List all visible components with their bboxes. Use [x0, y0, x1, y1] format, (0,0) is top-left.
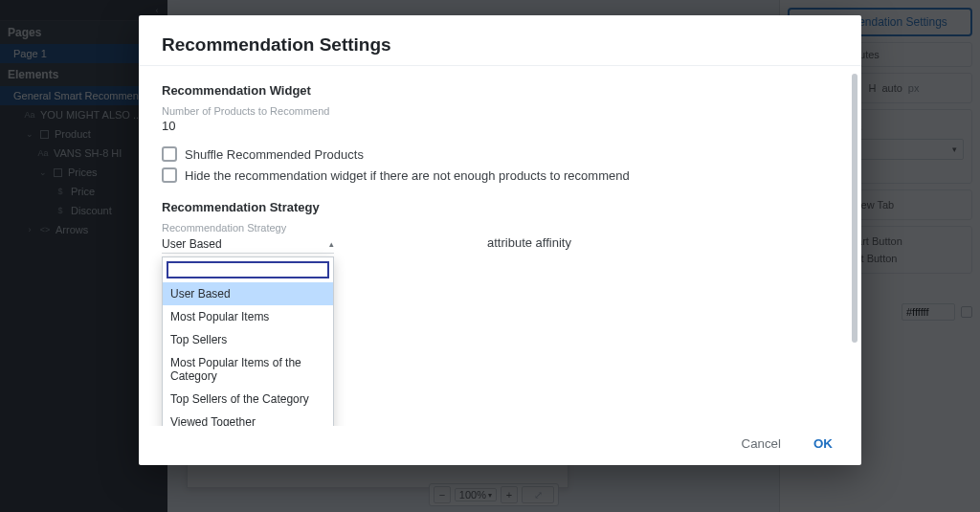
scrollbar-track[interactable]: [852, 74, 858, 418]
strategy-option[interactable]: Most Popular Items: [163, 305, 333, 328]
shuffle-checkbox[interactable]: [162, 146, 177, 162]
modal-body: Recommendation Widget Number of Products…: [139, 65, 861, 426]
ok-label: OK: [813, 436, 833, 451]
attribute-affinity-text: attribute affinity: [487, 235, 571, 250]
strategy-search-input[interactable]: [167, 261, 329, 278]
modal-header: Recommendation Settings: [139, 15, 861, 65]
cancel-button[interactable]: Cancel: [736, 435, 788, 452]
shuffle-label: Shuffle Recommended Products: [185, 147, 364, 162]
widget-section-title: Recommendation Widget: [162, 83, 838, 98]
shuffle-row[interactable]: Shuffle Recommended Products: [162, 146, 838, 162]
hide-widget-label: Hide the recommendation widget if there …: [185, 168, 630, 183]
strategy-selected-value: User Based: [162, 237, 222, 251]
strategy-option[interactable]: Viewed Together: [163, 411, 333, 426]
strategy-field-label: Recommendation Strategy: [162, 222, 838, 234]
cancel-label: Cancel: [742, 436, 782, 451]
hide-widget-row[interactable]: Hide the recommendation widget if there …: [162, 167, 838, 183]
strategy-option[interactable]: Top Sellers: [163, 328, 333, 351]
num-products-label: Number of Products to Recommend: [162, 105, 838, 117]
strategy-option[interactable]: Most Popular Items of the Category: [163, 351, 333, 388]
strategy-section-title: Recommendation Strategy: [162, 200, 838, 214]
strategy-select[interactable]: User Based ▴ User BasedMost Popular Item…: [162, 235, 334, 254]
modal-footer: Cancel OK: [139, 426, 861, 465]
strategy-option[interactable]: Top Sellers of the Category: [163, 388, 333, 411]
strategy-dropdown: User BasedMost Popular ItemsTop SellersM…: [162, 256, 334, 426]
modal-title: Recommendation Settings: [162, 34, 838, 56]
hide-widget-checkbox[interactable]: [162, 167, 177, 183]
num-products-value[interactable]: 10: [162, 119, 838, 133]
chevron-up-icon: ▴: [329, 239, 334, 249]
recommendation-settings-modal: Recommendation Settings Recommendation W…: [139, 15, 861, 465]
ok-button[interactable]: OK: [808, 435, 838, 452]
scrollbar-thumb[interactable]: [852, 74, 858, 343]
strategy-option[interactable]: User Based: [163, 282, 333, 305]
